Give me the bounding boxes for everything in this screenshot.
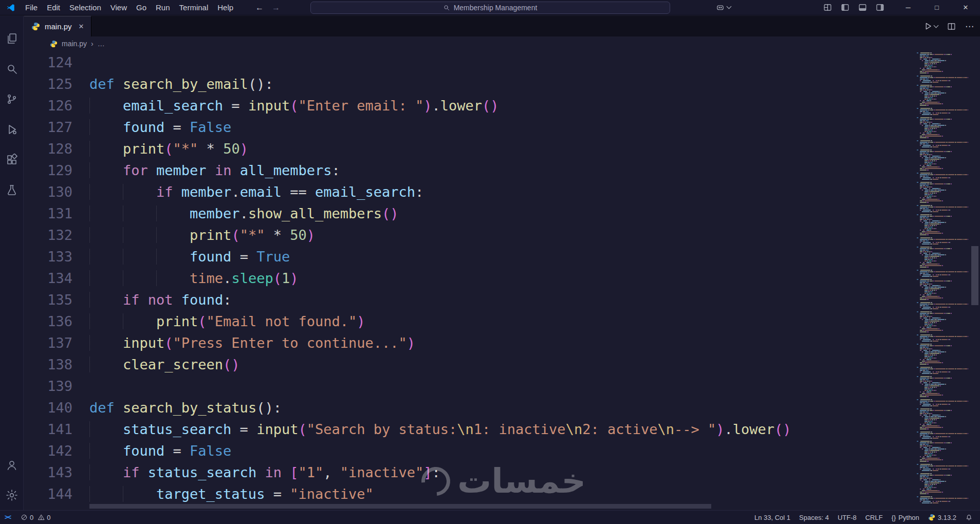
vscode-logo-icon (6, 3, 15, 12)
line-text: member.show_all_members() (89, 203, 399, 224)
title-bar: FileEditSelectionViewGoRunTerminalHelp ←… (0, 0, 980, 15)
code-line[interactable]: 140def search_by_status(): (24, 397, 917, 419)
menu-view[interactable]: View (106, 0, 132, 15)
menu-help[interactable]: Help (213, 0, 238, 15)
code-line[interactable]: 130 if member.email == email_search: (24, 181, 917, 203)
breadcrumb[interactable]: main.py › … (24, 36, 980, 51)
horizontal-scrollbar-thumb[interactable] (89, 504, 711, 509)
line-number: 128 (24, 138, 72, 160)
code-line[interactable]: 144 target_status = "inactive" (24, 483, 917, 505)
forward-button[interactable]: → (272, 3, 280, 12)
line-text: target_status = "inactive" (89, 483, 374, 505)
python-file-icon (50, 40, 58, 48)
code-line[interactable]: 129 for member in all_members: (24, 160, 917, 181)
tab-close-icon[interactable]: ✕ (79, 23, 84, 30)
source-control-icon[interactable] (0, 84, 24, 114)
menu-selection[interactable]: Selection (65, 0, 106, 15)
menu-file[interactable]: File (21, 0, 42, 15)
tab-main-py[interactable]: main.py ✕ (24, 16, 91, 36)
split-editor-icon[interactable] (947, 22, 956, 31)
activity-bar (0, 16, 24, 510)
line-number: 131 (24, 203, 72, 224)
line-text: found = True (89, 246, 290, 268)
editor-actions: ⋯ (923, 16, 974, 36)
code-line[interactable]: 127 found = False (24, 117, 917, 138)
explorer-icon[interactable] (0, 23, 24, 53)
indentation-setting[interactable]: Spaces: 4 (799, 514, 829, 521)
python-file-icon (31, 22, 40, 31)
toggle-primary-sidebar-icon[interactable] (841, 3, 849, 12)
notifications-bell-icon[interactable] (965, 514, 973, 521)
menu-terminal[interactable]: Terminal (175, 0, 213, 15)
minimap[interactable] (917, 51, 968, 504)
code-line[interactable]: 135 if not found: (24, 289, 917, 311)
command-center-search[interactable]: Membership Management (310, 2, 670, 14)
code-line[interactable]: 142 found = False (24, 440, 917, 462)
breadcrumb-more[interactable]: … (98, 40, 105, 48)
close-button[interactable]: ✕ (951, 0, 980, 15)
line-text: def search_by_email(): (89, 73, 273, 95)
titlebar-right: ─ □ ✕ (716, 0, 980, 15)
language-label: Python (898, 514, 919, 521)
python-interpreter[interactable]: 3.13.2 (928, 514, 956, 521)
breadcrumb-file[interactable]: main.py (62, 40, 87, 48)
customize-layout-icon[interactable] (823, 3, 832, 12)
run-dropdown-chevron-icon[interactable] (934, 23, 939, 28)
code-line[interactable]: 138 clear_screen() (24, 354, 917, 376)
line-number: 135 (24, 289, 72, 311)
extensions-icon[interactable] (0, 144, 24, 175)
menu-bar: FileEditSelectionViewGoRunTerminalHelp (21, 0, 238, 15)
language-mode[interactable]: {} Python (892, 514, 919, 521)
copilot-menu[interactable] (716, 3, 731, 12)
toggle-secondary-sidebar-icon[interactable] (876, 3, 884, 12)
copilot-icon (716, 3, 725, 12)
code-line[interactable]: 128 print("*" * 50) (24, 138, 917, 160)
settings-gear-icon[interactable] (0, 480, 24, 510)
line-number: 142 (24, 440, 72, 462)
line-number: 138 (24, 354, 72, 376)
minimize-button[interactable]: ─ (894, 0, 922, 15)
run-python-file-button[interactable] (923, 22, 938, 31)
more-actions-icon[interactable]: ⋯ (965, 21, 974, 32)
menu-edit[interactable]: Edit (42, 0, 65, 15)
vertical-scrollbar-thumb[interactable] (971, 246, 978, 305)
code-line[interactable]: 139 (24, 376, 917, 397)
line-number: 124 (24, 52, 72, 73)
editor-area: main.py ✕ ⋯ main.py › … (24, 16, 980, 510)
window-controls: ─ □ ✕ (894, 0, 980, 15)
line-text: found = False (89, 440, 231, 462)
code-line[interactable]: 125def search_by_email(): (24, 73, 917, 95)
line-text: found = False (89, 117, 231, 138)
line-number: 130 (24, 181, 72, 203)
code-line[interactable]: 132 print("*" * 50) (24, 224, 917, 246)
code-line[interactable]: 131 member.show_all_members() (24, 203, 917, 224)
run-debug-icon[interactable] (0, 114, 24, 144)
search-sidebar-icon[interactable] (0, 53, 24, 84)
encoding-setting[interactable]: UTF-8 (838, 514, 857, 521)
problems-indicator[interactable]: 0 0 (21, 514, 50, 521)
code-line[interactable]: 141 status_search = input("Search by sta… (24, 419, 917, 440)
toggle-panel-icon[interactable] (858, 3, 867, 12)
back-button[interactable]: ← (255, 3, 264, 12)
tab-label: main.py (45, 22, 72, 31)
vertical-scrollbar[interactable] (970, 51, 980, 504)
eol-setting[interactable]: CRLF (865, 514, 883, 521)
accounts-icon[interactable] (0, 450, 24, 480)
cursor-position[interactable]: Ln 33, Col 1 (754, 514, 790, 521)
menu-go[interactable]: Go (132, 0, 151, 15)
code-editor[interactable]: 124125def search_by_email():126 email_se… (24, 51, 917, 510)
code-line[interactable]: 134 time.sleep(1) (24, 268, 917, 289)
code-line[interactable]: 137 input("Press Enter to continue...") (24, 332, 917, 354)
code-line[interactable]: 126 email_search = input("Enter email: "… (24, 95, 917, 117)
code-line[interactable]: 124 (24, 52, 917, 73)
code-line[interactable]: 133 found = True (24, 246, 917, 268)
code-line[interactable]: 143 if status_search in ["1", "inactive"… (24, 462, 917, 483)
line-number: 133 (24, 246, 72, 268)
line-text: input("Press Enter to continue...") (89, 332, 415, 354)
menu-run[interactable]: Run (151, 0, 175, 15)
code-line[interactable]: 136 print("Email not found.") (24, 311, 917, 332)
warnings-icon (38, 514, 45, 521)
testing-icon[interactable] (0, 175, 24, 205)
maximize-button[interactable]: □ (922, 0, 951, 15)
remote-indicator[interactable]: >< (0, 511, 15, 524)
